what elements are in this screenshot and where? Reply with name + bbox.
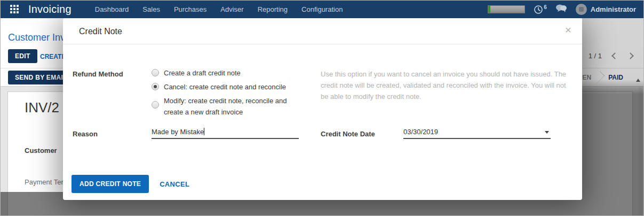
- cancel-button[interactable]: CANCEL: [160, 180, 189, 188]
- modal-footer: ADD CREDIT NOTE CANCEL: [71, 175, 189, 193]
- user-name: Administrator: [591, 5, 636, 13]
- refund-method-help-text: Use this option if you want to cancel an…: [321, 68, 568, 102]
- user-avatar: [576, 4, 587, 15]
- refund-option-cancel[interactable]: Cancel: create credit note and reconcile: [152, 81, 306, 92]
- radio-checked-icon[interactable]: [152, 83, 159, 90]
- credit-note-date-value: 03/30/2019: [403, 128, 438, 136]
- modal-title: Credit Note: [79, 18, 122, 44]
- systray: 6 Administrator: [488, 4, 636, 15]
- datepicker-caret-icon[interactable]: [545, 131, 549, 134]
- create-button[interactable]: CREATE: [40, 53, 66, 60]
- text-cursor: [204, 128, 204, 135]
- messages-icon[interactable]: [555, 4, 567, 15]
- nav-item-configuration[interactable]: Configuration: [301, 5, 343, 13]
- radio-unchecked-icon[interactable]: [152, 69, 159, 76]
- modal-backdrop-right: [582, 18, 643, 215]
- apps-grid-icon[interactable]: [10, 5, 19, 14]
- add-credit-note-button[interactable]: ADD CREDIT NOTE: [71, 175, 149, 193]
- screen: Invoicing Dashboard Sales Purchases Advi…: [0, 0, 644, 216]
- edit-button[interactable]: EDIT: [8, 49, 37, 63]
- refund-option-modify[interactable]: Modify: create credit note, reconcile an…: [152, 95, 306, 118]
- breadcrumb[interactable]: Customer Inv: [8, 32, 65, 43]
- clock-icon: [534, 5, 543, 14]
- nav-item-sales[interactable]: Sales: [142, 5, 160, 13]
- top-navbar: Invoicing Dashboard Sales Purchases Advi…: [1, 1, 643, 18]
- reason-input-value: Made by Mistake: [152, 128, 204, 136]
- invoice-number-title: INV/2: [25, 99, 59, 116]
- customer-field-label: Customer: [25, 146, 57, 155]
- activity-count-badge: 6: [544, 5, 547, 10]
- modal-header: Credit Note ×: [63, 18, 582, 44]
- refund-method-label: Refund Method: [73, 70, 123, 78]
- credit-note-date-input[interactable]: 03/30/2019: [403, 126, 551, 139]
- timer-progress-bar: [488, 5, 525, 13]
- user-menu[interactable]: Administrator: [576, 4, 636, 15]
- nav-item-reporting[interactable]: Reporting: [258, 5, 288, 13]
- activities-menu[interactable]: 6: [534, 5, 547, 14]
- timer-progress-fill: [488, 6, 490, 13]
- credit-note-modal: Credit Note × Refund Method Create a dra…: [63, 18, 582, 200]
- reason-label: Reason: [73, 130, 98, 138]
- nav-item-dashboard[interactable]: Dashboard: [95, 5, 129, 13]
- payment-terms-field-label: Payment Ter: [25, 178, 63, 186]
- app-brand[interactable]: Invoicing: [28, 3, 71, 16]
- credit-note-date-label: Credit Note Date: [321, 130, 375, 138]
- nav-item-purchases[interactable]: Purchases: [174, 5, 206, 13]
- reason-input[interactable]: Made by Mistake: [152, 126, 299, 139]
- radio-unchecked-icon[interactable]: [152, 101, 159, 109]
- close-icon[interactable]: ×: [565, 24, 571, 35]
- refund-method-radio-group: Create a draft credit note Cancel: creat…: [152, 67, 306, 120]
- refund-option-draft[interactable]: Create a draft credit note: [152, 67, 306, 79]
- nav-item-adviser[interactable]: Adviser: [220, 5, 243, 13]
- nav-menu: Dashboard Sales Purchases Adviser Report…: [95, 5, 343, 13]
